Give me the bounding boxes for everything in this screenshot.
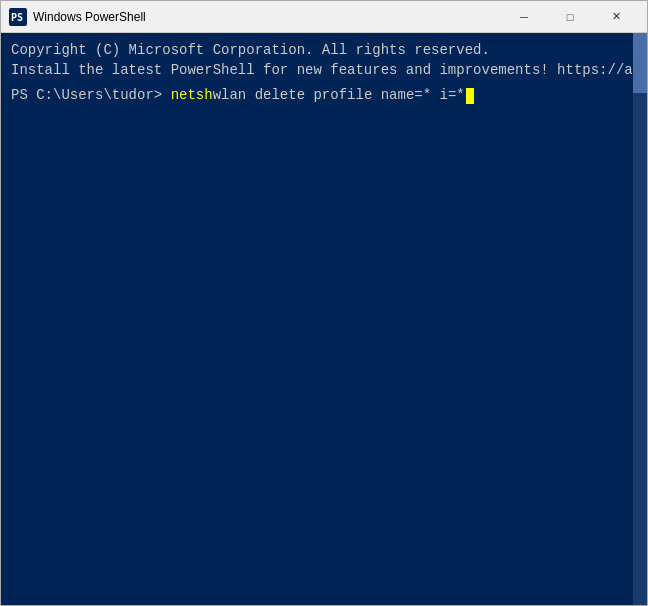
scrollbar[interactable]: [633, 33, 647, 605]
powershell-window: PS Windows PowerShell ─ □ ✕ Copyright (C…: [0, 0, 648, 606]
terminal-body[interactable]: Copyright (C) Microsoft Corporation. All…: [1, 33, 647, 605]
prompt-text: PS C:\Users\tudor>: [11, 86, 171, 106]
command-line: PS C:\Users\tudor> netsh wlan delete pro…: [11, 86, 637, 106]
titlebar: PS Windows PowerShell ─ □ ✕: [1, 1, 647, 33]
window-controls: ─ □ ✕: [501, 1, 639, 33]
window-title: Windows PowerShell: [33, 10, 501, 24]
minimize-button[interactable]: ─: [501, 1, 547, 33]
terminal-line-copyright: Copyright (C) Microsoft Corporation. All…: [11, 41, 637, 61]
terminal-line-install: Install the latest PowerShell for new fe…: [11, 61, 637, 81]
command-rest: wlan delete profile name=* i=*: [213, 86, 465, 106]
app-icon: PS: [9, 8, 27, 26]
close-button[interactable]: ✕: [593, 1, 639, 33]
svg-text:PS: PS: [11, 12, 23, 23]
cursor: [466, 88, 474, 104]
scrollbar-thumb[interactable]: [633, 33, 647, 93]
maximize-button[interactable]: □: [547, 1, 593, 33]
command-highlight: netsh: [171, 86, 213, 106]
